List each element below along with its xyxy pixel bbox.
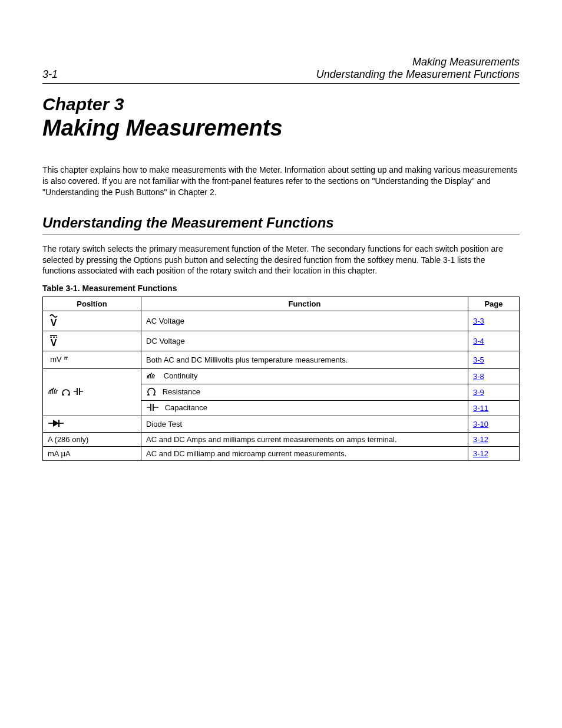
cell-function: Both AC and DC Millivolts plus temperatu… [141,351,468,369]
table-row: V AC Voltage 3-3 [43,311,520,331]
functions-table: Position Function Page V AC Voltage [42,297,520,461]
section-heading: Understanding the Measurement Functions [42,215,520,231]
page-link[interactable]: 3-4 [473,337,484,345]
section-rule [42,235,520,235]
table-row: mV Both AC and DC Millivolts plus temper… [43,351,520,369]
cell-function: Resistance [163,387,200,396]
header-line2: Understanding the Measurement Functions [316,68,520,81]
page-link[interactable]: 3-10 [473,420,488,429]
svg-text:V: V [51,338,57,347]
page-link[interactable]: 3-8 [473,372,484,381]
page-link[interactable]: 3-5 [473,355,484,364]
table-row: A (286 only) AC and DC Amps and milliamp… [43,433,520,447]
page-link[interactable]: 3-12 [473,449,488,458]
cell-function: AC Voltage [141,311,468,331]
capacitor-icon [146,403,159,413]
page-link[interactable]: 3-11 [473,404,488,413]
cell-function: DC Voltage [141,331,468,351]
dc-voltage-icon: V [48,334,59,348]
col-header-page: Page [468,297,520,311]
cell-function: Capacitance [165,403,207,412]
chapter-label: Chapter 3 [42,94,520,114]
continuity-icon [146,371,158,381]
cell-position: mA μA [43,447,141,461]
table-row: Continuity 3-8 [43,369,520,384]
page-number: 3-1 [42,68,58,81]
intro-paragraph: This chapter explains how to make measur… [42,164,520,198]
table-row: mA μA AC and DC milliamp and microamp cu… [43,447,520,461]
cell-function: Diode Test [141,416,468,433]
millivolt-icon: mV [48,354,69,366]
cell-function: AC and DC milliamp and microamp current … [141,447,468,461]
ohm-icon [146,387,157,398]
svg-marker-19 [53,420,59,427]
page-link[interactable]: 3-3 [473,317,484,325]
cell-function: AC and DC Amps and milliamps current mea… [141,433,468,447]
svg-text:V: V [51,318,57,327]
ac-voltage-icon: V [48,314,59,328]
col-header-position: Position [43,297,141,311]
page-title: Making Measurements [42,116,520,141]
svg-text:mV: mV [50,355,62,364]
table-caption: Table 3-1. Measurement Functions [42,284,520,293]
section-body: The rotary switch selects the primary me… [42,243,520,277]
diode-icon [48,419,64,430]
page-link[interactable]: 3-9 [473,388,484,397]
cell-position: A (286 only) [43,433,141,447]
table-row: Diode Test 3-10 [43,416,520,433]
cell-function: Continuity [164,371,198,380]
header-line1: Making Measurements [316,56,520,68]
header-rule [42,83,520,84]
col-header-function: Function [141,297,468,311]
table-row: V DC Voltage 3-4 [43,331,520,351]
continuity-ohm-cap-icon [48,386,84,399]
page-link[interactable]: 3-12 [473,435,488,444]
